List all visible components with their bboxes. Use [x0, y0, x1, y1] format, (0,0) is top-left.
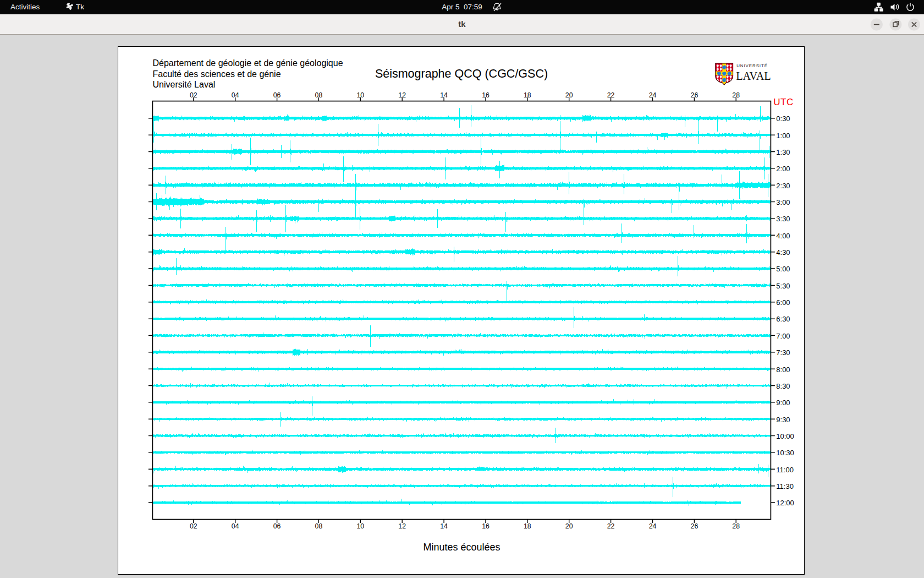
svg-text:2:00: 2:00 — [776, 165, 790, 173]
svg-text:14: 14 — [440, 91, 448, 99]
svg-text:UTC: UTC — [773, 97, 794, 107]
svg-text:06: 06 — [273, 91, 281, 99]
svg-text:0:30: 0:30 — [776, 114, 790, 123]
svg-text:6:00: 6:00 — [776, 298, 790, 307]
svg-text:08: 08 — [315, 91, 323, 99]
svg-text:5:30: 5:30 — [776, 282, 790, 290]
svg-text:04: 04 — [232, 91, 239, 99]
svg-text:24: 24 — [649, 522, 657, 530]
svg-text:26: 26 — [691, 522, 698, 530]
svg-text:Minutes écoulées: Minutes écoulées — [423, 542, 500, 553]
svg-text:08: 08 — [315, 522, 323, 530]
svg-text:UNIVERSITÉ: UNIVERSITÉ — [736, 63, 768, 68]
svg-text:2:30: 2:30 — [776, 182, 790, 190]
svg-text:7:30: 7:30 — [776, 348, 790, 357]
svg-text:18: 18 — [524, 91, 531, 99]
svg-text:28: 28 — [732, 522, 740, 530]
svg-text:16: 16 — [482, 522, 490, 530]
svg-text:1:00: 1:00 — [776, 132, 790, 140]
svg-text:4:30: 4:30 — [776, 248, 790, 257]
svg-text:04: 04 — [232, 522, 239, 530]
svg-text:02: 02 — [190, 522, 197, 530]
svg-text:22: 22 — [607, 91, 615, 99]
svg-text:10:30: 10:30 — [776, 449, 794, 457]
svg-text:LAVAL: LAVAL — [736, 69, 771, 83]
svg-text:14: 14 — [440, 522, 448, 530]
svg-text:16: 16 — [482, 91, 490, 99]
svg-text:02: 02 — [190, 91, 197, 99]
svg-text:18: 18 — [524, 522, 531, 530]
svg-text:11:30: 11:30 — [776, 482, 794, 490]
svg-text:9:00: 9:00 — [776, 399, 790, 407]
svg-text:8:30: 8:30 — [776, 382, 790, 390]
svg-text:Séismographe QCQ (CGC/GSC): Séismographe QCQ (CGC/GSC) — [375, 67, 548, 80]
svg-text:3:30: 3:30 — [776, 215, 790, 223]
svg-text:11:00: 11:00 — [776, 466, 794, 474]
svg-text:20: 20 — [565, 522, 573, 530]
svg-text:3:00: 3:00 — [776, 198, 790, 206]
svg-text:06: 06 — [273, 522, 281, 530]
svg-text:Département de géologie et de: Département de géologie et de génie géol… — [153, 58, 343, 68]
svg-text:12: 12 — [398, 91, 406, 99]
svg-text:6:30: 6:30 — [776, 315, 790, 323]
svg-text:1:30: 1:30 — [776, 148, 790, 156]
svg-text:12:00: 12:00 — [776, 499, 794, 507]
svg-text:5:00: 5:00 — [776, 265, 790, 273]
svg-text:10:00: 10:00 — [776, 432, 794, 440]
svg-text:4:00: 4:00 — [776, 232, 790, 240]
svg-text:28: 28 — [732, 91, 740, 99]
svg-text:20: 20 — [565, 91, 573, 99]
svg-text:9:30: 9:30 — [776, 416, 790, 424]
svg-text:Université Laval: Université Laval — [153, 80, 216, 89]
svg-text:12: 12 — [398, 522, 406, 530]
svg-text:10: 10 — [356, 522, 364, 530]
svg-text:8:00: 8:00 — [776, 366, 790, 374]
svg-text:10: 10 — [356, 91, 364, 99]
svg-text:Faculté des sciences et de gén: Faculté des sciences et de génie — [153, 69, 281, 79]
svg-text:26: 26 — [691, 91, 698, 99]
svg-text:24: 24 — [649, 91, 657, 99]
svg-text:7:00: 7:00 — [776, 332, 790, 340]
svg-text:22: 22 — [607, 522, 615, 530]
